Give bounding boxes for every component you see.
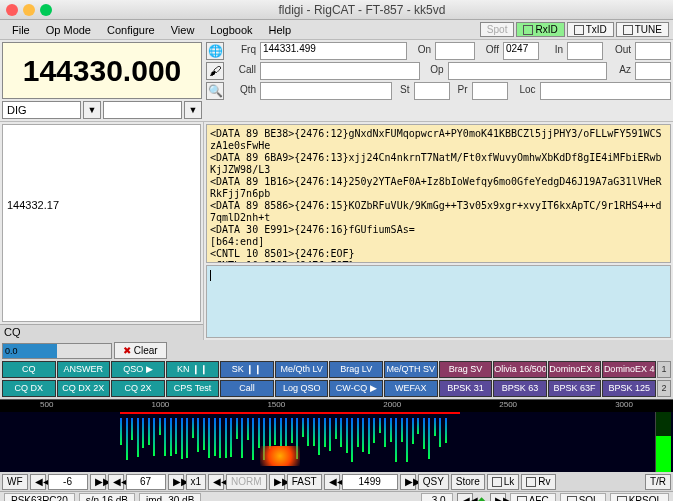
tr-button[interactable]: T/R xyxy=(645,474,671,490)
channel-freq: 144332.17 xyxy=(7,199,196,211)
macro-dominoex8[interactable]: DominoEX 8 xyxy=(548,361,602,378)
menu-view[interactable]: View xyxy=(163,22,203,38)
frq-field[interactable]: 144331.499 xyxy=(260,42,407,60)
store-button[interactable]: Store xyxy=(451,474,485,490)
macro-cqdx[interactable]: CQ DX xyxy=(2,380,56,397)
macro-meqth-lv[interactable]: Me/Qth LV xyxy=(275,361,329,378)
macro-logqso[interactable]: Log QSO xyxy=(275,380,329,397)
menu-help[interactable]: Help xyxy=(261,22,300,38)
spot-button[interactable]: Spot xyxy=(480,22,515,37)
pr-field[interactable] xyxy=(472,82,508,100)
txid-button[interactable]: TxID xyxy=(567,22,614,37)
macro-meqth-sv[interactable]: Me/QTH SV xyxy=(384,361,438,378)
zoom-x1[interactable]: x1 xyxy=(186,474,207,490)
qsy-button[interactable]: QSY xyxy=(418,474,449,490)
rxid-button[interactable]: RxID xyxy=(516,22,564,37)
macro-cqdx2x[interactable]: CQ DX 2X xyxy=(57,380,111,397)
loc-field[interactable] xyxy=(540,82,672,100)
macro-cq[interactable]: CQ xyxy=(2,361,56,378)
frequency-display[interactable]: 144330.000 xyxy=(2,42,202,99)
macro-cq2x[interactable]: CQ 2X xyxy=(111,380,165,397)
maximize-window[interactable] xyxy=(40,4,52,16)
macro-olivia[interactable]: Olivia 16/500 xyxy=(493,361,547,378)
menu-opmode[interactable]: Op Mode xyxy=(38,22,99,38)
macro-answer[interactable]: ANSWER xyxy=(57,361,111,378)
macro-kn[interactable]: KN ❙❙ xyxy=(166,361,220,378)
st-field[interactable] xyxy=(414,82,450,100)
submode-dropdown-icon[interactable]: ▼ xyxy=(184,101,202,119)
close-window[interactable] xyxy=(6,4,18,16)
az-field[interactable] xyxy=(635,62,671,80)
macro-qso[interactable]: QSO ▶ xyxy=(111,361,165,378)
macro-bpsk63[interactable]: BPSK 63 xyxy=(493,380,547,397)
out-field[interactable] xyxy=(635,42,671,60)
off-label: Off xyxy=(477,42,501,60)
loc-label: Loc xyxy=(510,82,538,100)
receive-pane[interactable]: <DATA 89 BE38>{2476:12}gNxdNxFUMqopwcrA+… xyxy=(206,124,671,263)
right-icon[interactable]: ▶▶ xyxy=(168,474,184,490)
right-fast-icon[interactable]: ▶▶ xyxy=(90,474,106,490)
menu-logbook[interactable]: Logbook xyxy=(202,22,260,38)
op-field[interactable] xyxy=(448,62,608,80)
macro-bank-2[interactable]: 2 xyxy=(657,380,671,397)
freq-left-icon[interactable]: ◀◀ xyxy=(324,474,340,490)
lk-button[interactable]: Lk xyxy=(487,474,520,490)
search-icon[interactable]: 🔍 xyxy=(206,82,224,100)
macro-row-2: CQ DX CQ DX 2X CQ 2X CPS Test Call Log Q… xyxy=(2,380,671,397)
zoom-left-icon[interactable]: ◀◀ xyxy=(208,474,224,490)
on-label: On xyxy=(409,42,433,60)
off-field[interactable]: 0247 xyxy=(503,42,539,60)
cq-label: CQ xyxy=(0,324,203,340)
qth-field[interactable] xyxy=(260,82,392,100)
mode-select[interactable]: DIG xyxy=(2,101,81,119)
tune-button[interactable]: TUNE xyxy=(616,22,669,37)
mode-dropdown-icon[interactable]: ▼ xyxy=(83,101,101,119)
gain-slider[interactable]: 0.0 xyxy=(2,343,112,359)
transmit-pane[interactable] xyxy=(206,265,671,338)
in-field[interactable] xyxy=(567,42,603,60)
frq-label: Frq xyxy=(228,42,258,60)
rv-button[interactable]: Rv xyxy=(521,474,555,490)
status-mode[interactable]: PSK63RC20 xyxy=(4,493,75,501)
macro-bpsk31[interactable]: BPSK 31 xyxy=(439,380,493,397)
macro-bpsk125[interactable]: BPSK 125 xyxy=(602,380,656,397)
macro-sk[interactable]: SK ❙❙ xyxy=(220,361,274,378)
status-sn: s/n 16 dB xyxy=(79,493,135,501)
wf-freq[interactable]: 1499 xyxy=(342,474,398,490)
freq-right-icon[interactable]: ▶▶ xyxy=(400,474,416,490)
menu-file[interactable]: File xyxy=(4,22,38,38)
call-field[interactable] xyxy=(260,62,420,80)
left-icon[interactable]: ◀◀ xyxy=(108,474,124,490)
speed-fast[interactable]: FAST xyxy=(287,474,322,490)
channels-list[interactable]: 144332.17 xyxy=(2,124,201,322)
macro-dominoex4[interactable]: DominoEX 4 xyxy=(602,361,656,378)
left-fast-icon[interactable]: ◀◀ xyxy=(30,474,46,490)
macro-bank-1[interactable]: 1 xyxy=(657,361,671,378)
in-label: In xyxy=(541,42,565,60)
op-label: Op xyxy=(422,62,446,80)
minimize-window[interactable] xyxy=(23,4,35,16)
macro-bpsk63f[interactable]: BPSK 63F xyxy=(548,380,602,397)
macro-call[interactable]: Call xyxy=(220,380,274,397)
zoom-right-icon[interactable]: ▶▶ xyxy=(269,474,285,490)
wf-val2[interactable]: 67 xyxy=(126,474,166,490)
macro-cwcq[interactable]: CW-CQ ▶ xyxy=(329,380,383,397)
macro-brag-lv[interactable]: Brag LV xyxy=(329,361,383,378)
globe-icon[interactable]: 🌐 xyxy=(206,42,224,60)
menu-configure[interactable]: Configure xyxy=(99,22,163,38)
sql-button[interactable]: SQL xyxy=(560,493,606,501)
clear-button[interactable]: ✖ Clear xyxy=(114,342,167,359)
waterfall-display[interactable]: 500 1000 1500 2000 2500 3000 for(let i=0… xyxy=(0,399,673,471)
brush-icon[interactable]: 🖌 xyxy=(206,62,224,80)
kpsql-button[interactable]: KPSQL xyxy=(610,493,669,501)
afc-button[interactable]: AFC xyxy=(510,493,556,501)
db-left-icon[interactable]: ◀◀ xyxy=(457,493,473,502)
wf-val1[interactable]: -6 xyxy=(48,474,88,490)
macro-wefax[interactable]: WEFAX xyxy=(384,380,438,397)
db-right-icon[interactable]: ▶▶ xyxy=(490,493,506,502)
submode-select[interactable] xyxy=(103,101,182,119)
on-field[interactable] xyxy=(435,42,475,60)
macro-brag-sv[interactable]: Brag SV xyxy=(439,361,493,378)
macro-cpstest[interactable]: CPS Test xyxy=(166,380,220,397)
wf-button[interactable]: WF xyxy=(2,474,28,490)
